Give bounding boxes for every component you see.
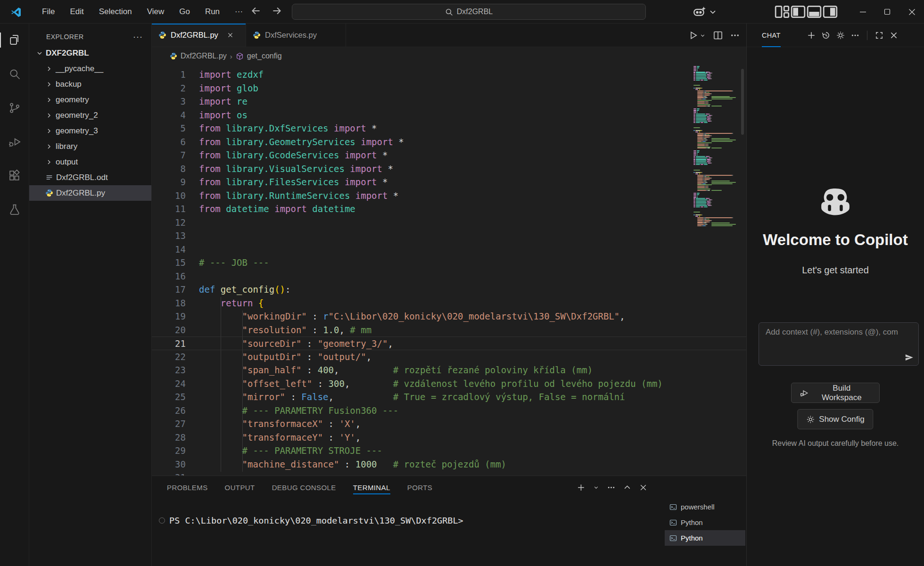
code-line-7[interactable]: 7from library.GcodeServices import *: [152, 148, 746, 162]
menu-item-view[interactable]: View: [143, 5, 169, 18]
close-panel-icon[interactable]: [639, 484, 647, 492]
sidebar-item-geometry[interactable]: geometry: [29, 92, 151, 107]
terminal-instance-powershell-0[interactable]: powershell: [665, 499, 745, 515]
window-minimize-button[interactable]: [850, 0, 875, 24]
chat-more-actions-icon[interactable]: [851, 31, 859, 40]
menu-item-selection[interactable]: Selection: [95, 5, 136, 18]
chat-history-icon[interactable]: [822, 31, 830, 40]
nav-back-icon[interactable]: [250, 5, 262, 17]
maximize-panel-icon[interactable]: [623, 484, 631, 492]
activity-item-search[interactable]: [0, 62, 29, 86]
activity-item-run-debug[interactable]: [0, 130, 29, 154]
code-line-26[interactable]: 26 # --- PARAMETRY Fusion360 ---: [152, 404, 746, 418]
code-line-2[interactable]: 2import glob: [152, 82, 746, 95]
code-line-9[interactable]: 9from library.FilesServices import *: [152, 175, 746, 189]
sidebar-item-geometry-2[interactable]: geometry_2: [29, 107, 151, 123]
close-chat-icon[interactable]: [890, 31, 898, 40]
chat-input-field[interactable]: [766, 328, 912, 353]
chat-settings-gear-icon[interactable]: [836, 31, 845, 40]
sidebar-item-dxf2grbl-py[interactable]: Dxf2GRBL.py: [29, 185, 151, 201]
sidebar-item-pycache[interactable]: __pycache__: [29, 61, 151, 76]
code-line-31[interactable]: 31: [152, 471, 746, 476]
editor-more-actions-icon[interactable]: [730, 31, 740, 40]
terminal-prompt[interactable]: PS C:\Libor\020_konicky\020_modelarstvi\…: [169, 516, 463, 525]
terminal-instance-python-2[interactable]: Python: [665, 530, 745, 546]
close-tab-icon[interactable]: [225, 30, 236, 41]
panel-tab-terminal[interactable]: TERMINAL: [353, 476, 390, 499]
code-line-5[interactable]: 5from library.DxfServices import *: [152, 122, 746, 135]
code-line-16[interactable]: 16: [152, 270, 746, 283]
menu-item-run[interactable]: Run: [201, 5, 224, 18]
panel-tab-debug-console[interactable]: DEBUG CONSOLE: [272, 476, 336, 499]
breadcrumb-symbol[interactable]: get_config: [247, 52, 282, 60]
code-line-24[interactable]: 24 "offset_left" : 300, # vzdálenost lev…: [152, 377, 746, 391]
toggle-panel-icon[interactable]: [806, 4, 822, 20]
code-line-18[interactable]: 18 return {: [152, 296, 746, 310]
breadcrumb-file[interactable]: Dxf2GRBL.py: [181, 52, 227, 60]
code-line-11[interactable]: 11from datetime import datetime: [152, 202, 746, 216]
code-line-23[interactable]: 23 "span_half" : 400, # rozpětí řezané p…: [152, 363, 746, 377]
panel-more-actions-icon[interactable]: [607, 484, 615, 492]
tab-dxfservices-py[interactable]: DxfServices.py: [246, 24, 346, 47]
panel-tab-ports[interactable]: PORTS: [407, 476, 432, 499]
copilot-dropdown-chevron-icon[interactable]: [708, 4, 718, 20]
panel-tab-problems[interactable]: PROBLEMS: [167, 476, 208, 499]
terminal-profile-chevron-icon[interactable]: [593, 484, 599, 492]
copilot-menu-icon[interactable]: [692, 4, 708, 20]
code-line-8[interactable]: 8from library.VisualServices import *: [152, 162, 746, 176]
terminal-instance-python-1[interactable]: Python: [665, 515, 745, 530]
chat-input-box[interactable]: [759, 322, 919, 366]
menu-item-edit[interactable]: Edit: [66, 5, 88, 18]
code-line-27[interactable]: 27 "transformaceX" : 'X',: [152, 417, 746, 431]
window-close-button[interactable]: [899, 0, 924, 24]
send-icon[interactable]: [905, 353, 914, 362]
code-line-22[interactable]: 22 "outputDir" : "output/",: [152, 350, 746, 364]
code-line-10[interactable]: 10from library.RuntimeServices import *: [152, 189, 746, 203]
split-editor-icon[interactable]: [713, 31, 723, 40]
code-line-21[interactable]: 21 "sourceDir" : "geometry_3/",: [152, 336, 746, 350]
command-center-search[interactable]: Dxf2GRBL: [292, 4, 646, 20]
code-line-20[interactable]: 20 "resolution" : 1.0, # mm: [152, 323, 746, 337]
editor-scrollbar[interactable]: [741, 69, 744, 135]
code-line-28[interactable]: 28 "transformaceY" : 'Y',: [152, 431, 746, 444]
code-editor[interactable]: 1import ezdxf2import glob3import re4impo…: [152, 65, 746, 476]
code-line-19[interactable]: 19 "workingDir" : r"C:\Libor\020_konicky…: [152, 310, 746, 323]
panel-tab-output[interactable]: OUTPUT: [225, 476, 255, 499]
build-workspace-button[interactable]: Build Workspace: [791, 383, 880, 403]
activity-item-source-control[interactable]: [0, 96, 29, 120]
sidebar-item-geometry-3[interactable]: geometry_3: [29, 123, 151, 139]
code-line-3[interactable]: 3import re: [152, 95, 746, 108]
code-line-13[interactable]: 13: [152, 229, 746, 243]
breadcrumb[interactable]: Dxf2GRBL.py › get_config: [152, 47, 746, 65]
expand-chat-icon[interactable]: [875, 31, 883, 40]
code-line-14[interactable]: 14: [152, 243, 746, 256]
menu-item-[interactable]: ···: [231, 5, 247, 18]
activity-item-explorer[interactable]: [0, 28, 29, 52]
toggle-primary-sidebar-icon[interactable]: [790, 4, 806, 20]
nav-forward-icon[interactable]: [271, 5, 283, 17]
new-terminal-icon[interactable]: [577, 484, 585, 492]
sidebar-item-library[interactable]: library: [29, 139, 151, 154]
code-line-30[interactable]: 30 "machine_distance" : 1000 # rozteč po…: [152, 458, 746, 471]
tab-dxf2grbl-py[interactable]: Dxf2GRBL.py: [152, 24, 246, 47]
code-line-29[interactable]: 29 # --- PARAMETRY STROJE ---: [152, 444, 746, 458]
code-line-6[interactable]: 6from library.GeometryServices import *: [152, 135, 746, 149]
code-line-12[interactable]: 12: [152, 216, 746, 230]
sidebar-root-folder[interactable]: DXF2GRBL: [29, 45, 151, 61]
menu-item-go[interactable]: Go: [175, 5, 194, 18]
run-python-file-button[interactable]: [689, 31, 706, 40]
tab-chat[interactable]: CHAT: [762, 24, 781, 47]
show-config-button[interactable]: Show Config: [797, 409, 873, 429]
toggle-secondary-sidebar-icon[interactable]: [822, 4, 838, 20]
activity-item-extensions[interactable]: [0, 164, 29, 188]
window-maximize-button[interactable]: [875, 0, 899, 24]
minimap[interactable]: [693, 66, 738, 231]
menu-item-file[interactable]: File: [38, 5, 59, 18]
code-line-4[interactable]: 4import os: [152, 108, 746, 122]
code-line-1[interactable]: 1import ezdxf: [152, 68, 746, 82]
code-line-17[interactable]: 17def get_config():: [152, 283, 746, 296]
activity-item-testing[interactable]: [0, 198, 29, 221]
sidebar-item-backup[interactable]: backup: [29, 76, 151, 92]
sidebar-item-dxf2grbl-odt[interactable]: Dxf2GRBL.odt: [29, 170, 151, 185]
customize-layout-icon[interactable]: [774, 4, 790, 20]
